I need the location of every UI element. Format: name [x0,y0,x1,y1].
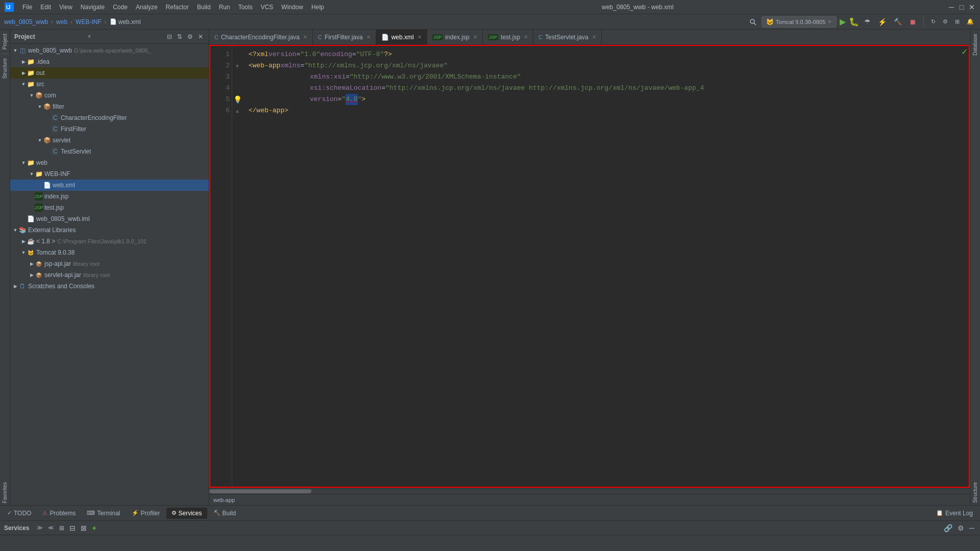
tab-close-testjsp[interactable]: ✕ [524,34,528,40]
tree-item-com[interactable]: ▼ 📦 com [10,90,209,101]
tree-arrow-idea[interactable]: ▶ [20,59,27,65]
tree-item-testservlet[interactable]: C TestServlet [10,146,209,157]
bottom-tab-terminal[interactable]: ⌨ Terminal [82,508,125,519]
tree-arrow-src[interactable]: ▼ [20,81,27,87]
coverage-button[interactable]: ☂ [862,17,873,27]
bottom-tab-profiler[interactable]: ⚡ Profiler [127,508,165,519]
services-settings-link-btn[interactable]: 🔗 [942,523,954,533]
tree-item-jdk[interactable]: ▶ ☕ < 1.8 > C:\Program Files\Java\jdk1.8… [10,236,209,247]
menu-file[interactable]: File [18,3,36,12]
run-config-selector[interactable]: 🐱 Tomcat 9.0.38-0805 ▼ [762,16,837,28]
menu-edit[interactable]: Edit [36,3,55,12]
search-everywhere-button[interactable] [747,17,758,27]
breadcrumb-webinf[interactable]: WEB-INF [76,18,102,26]
breadcrumb-project[interactable]: web_0805_wwb [4,18,48,26]
project-filter-button[interactable]: ⚙ [186,33,194,41]
settings-button[interactable]: ⚙ [941,17,950,26]
services-filter-btn[interactable]: ⊟ [68,523,77,533]
tree-item-testjsp[interactable]: JSP test.jsp [10,202,209,213]
tree-item-char-filter[interactable]: C CharacterEncodingFilter [10,112,209,123]
tree-arrow-webinf[interactable]: ▼ [29,171,35,177]
tree-item-idea[interactable]: ▶ 📁 .idea [10,56,209,67]
profile-button[interactable]: ⚡ [876,17,889,27]
tree-item-webxml[interactable]: 📄 web.xml [10,180,209,191]
notifications-button[interactable]: 🔔 [965,17,976,26]
tree-item-jsp-api[interactable]: ▶ 📦 jsp-api.jar library root [10,258,209,269]
debug-button[interactable]: 🐛 [849,17,859,27]
tree-item-iml[interactable]: 📄 web_0805_wwb.iml [10,213,209,224]
tab-webxml[interactable]: 📄 web.xml ✕ [376,30,427,44]
run-button[interactable]: ▶ [840,17,846,27]
project-sort-button[interactable]: ⇅ [176,33,184,41]
tree-item-out[interactable]: ▶ 📁 out [10,67,209,79]
layout-button[interactable]: ⊞ [953,17,962,26]
tab-char-filter[interactable]: C CharacterEncodingFilter.java ✕ [209,30,313,44]
services-filter2-btn[interactable]: ⊠ [79,523,88,533]
tree-arrow-out[interactable]: ▶ [20,70,27,76]
breadcrumb-web[interactable]: web [56,18,67,26]
services-group-btn[interactable]: ⊞ [58,524,66,532]
tree-arrow-jsp-api[interactable]: ▶ [29,261,35,267]
tab-close-webxml[interactable]: ✕ [418,34,422,40]
menu-build[interactable]: Build [193,3,215,12]
tree-item-filter[interactable]: ▼ 📦 filter [10,101,209,112]
maximize-button[interactable]: □ [958,3,966,11]
services-close-btn[interactable]: ─ [968,523,976,533]
menu-tools[interactable]: Tools [234,3,257,12]
tab-close-indexjsp[interactable]: ✕ [473,34,477,40]
bottom-tab-services[interactable]: ⚙ Services [166,508,207,519]
bottom-tab-event-log[interactable]: 📋 Event Log [931,508,978,519]
tree-arrow-web[interactable]: ▼ [20,160,27,166]
tab-close-first-filter[interactable]: ✕ [366,34,371,40]
tree-arrow-scratches[interactable]: ▶ [12,283,18,289]
tree-item-first-filter[interactable]: C FirstFilter [10,123,209,135]
tree-arrow-root[interactable]: ▼ [12,47,18,54]
tab-testjsp[interactable]: JSP test.jsp ✕ [483,30,534,44]
sidebar-right-structure[interactable]: Structure [972,480,978,505]
tree-arrow-com[interactable]: ▼ [29,92,35,98]
tree-item-src[interactable]: ▼ 📁 src [10,79,209,90]
tree-arrow-servlet-api[interactable]: ▶ [29,272,35,278]
menu-view[interactable]: View [55,3,77,12]
tree-item-indexjsp[interactable]: JSP index.jsp [10,191,209,202]
tab-close-testservlet[interactable]: ✕ [592,34,596,40]
tree-item-servlet[interactable]: ▼ 📦 servlet [10,135,209,146]
sidebar-item-favorites[interactable]: Favorites [2,480,8,505]
tree-arrow-filter[interactable]: ▼ [37,104,43,110]
editor-content[interactable]: ✓ 1 2 3 4 5 6 ▼ 💡 ▲ [209,45,970,488]
tree-item-webinf[interactable]: ▼ 📁 WEB-INF [10,168,209,180]
tree-arrow-jdk[interactable]: ▶ [20,238,27,244]
tab-testservlet[interactable]: C TestServlet.java ✕ [533,30,602,44]
tree-item-web[interactable]: ▼ 📁 web [10,157,209,168]
minimize-button[interactable]: ─ [947,3,955,11]
menu-run[interactable]: Run [215,3,234,12]
scrollbar-thumb[interactable] [209,489,311,493]
services-add-btn[interactable]: + [90,523,97,533]
update-button[interactable]: ↻ [929,17,938,26]
services-expand-btn[interactable]: ≫ [35,524,44,532]
tree-arrow-extlibs[interactable]: ▼ [12,227,18,233]
tree-item-root[interactable]: ▼ ◫ web_0805_wwb D:\java-web-space\web_0… [10,45,209,56]
menu-help[interactable]: Help [307,3,328,12]
services-collapse-btn[interactable]: ≪ [46,524,56,532]
tree-item-servlet-api[interactable]: ▶ 📦 servlet-api.jar library root [10,269,209,281]
menu-vcs[interactable]: VCS [257,3,278,12]
tree-arrow-tomcat[interactable]: ▼ [20,249,27,256]
build-project-button[interactable]: 🔨 [892,17,904,27]
tree-item-extlibs[interactable]: ▼ 📚 External Libraries [10,224,209,236]
horizontal-scrollbar[interactable] [209,488,970,494]
project-close-button[interactable]: ✕ [197,33,205,41]
sidebar-item-project[interactable]: Project [2,32,8,52]
code-editor[interactable]: <?xml version="1.0" encoding="UTF-8"?> <… [242,45,970,488]
menu-analyze[interactable]: Analyze [132,3,162,12]
sidebar-right-database[interactable]: Database [972,32,978,58]
menu-refactor[interactable]: Refactor [162,3,193,12]
tree-item-tomcat[interactable]: ▼ 🐱 Tomcat 9.0.38 [10,247,209,258]
bottom-tab-problems[interactable]: ⚠ Problems [37,508,81,519]
stop-button[interactable]: ⏹ [907,17,918,27]
services-settings-btn[interactable]: ⚙ [956,523,966,533]
breadcrumb-file[interactable]: web.xml [118,18,141,26]
tab-close-char-filter[interactable]: ✕ [303,34,307,40]
tab-first-filter[interactable]: C FirstFilter.java ✕ [313,30,376,44]
menu-navigate[interactable]: Navigate [77,3,109,12]
